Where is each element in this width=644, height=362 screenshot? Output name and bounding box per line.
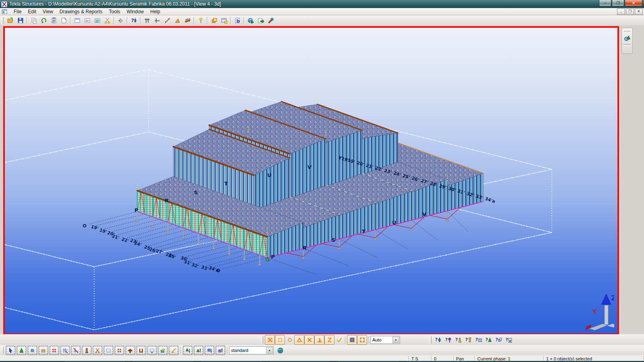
component-catalog-button[interactable] bbox=[622, 33, 632, 43]
snap-grid-icon bbox=[359, 337, 365, 343]
report-button[interactable] bbox=[49, 16, 59, 25]
selection-filter-combo[interactable]: standard▼ bbox=[229, 346, 274, 354]
open-button[interactable] bbox=[5, 16, 15, 25]
tools-red-button[interactable] bbox=[266, 16, 276, 25]
toolbar-grip[interactable] bbox=[1, 347, 4, 354]
close-button[interactable]: ✕ bbox=[625, 0, 642, 6]
dropdown-arrow-icon[interactable]: ▼ bbox=[266, 347, 273, 354]
measure-angle-button[interactable] bbox=[172, 16, 182, 25]
undo-button[interactable] bbox=[39, 16, 49, 25]
select-bolt-groups-button[interactable] bbox=[114, 346, 124, 355]
select-connections-button[interactable] bbox=[136, 346, 146, 355]
inquire-screen-button[interactable]: ? bbox=[504, 335, 514, 345]
inquire-button[interactable]: ? bbox=[129, 16, 139, 25]
select-phases-button[interactable] bbox=[158, 346, 168, 355]
cut-button[interactable] bbox=[102, 16, 112, 25]
toolbar-grip[interactable] bbox=[261, 336, 263, 343]
select-distances-button[interactable] bbox=[169, 346, 179, 355]
notes-button[interactable]: b bbox=[232, 16, 242, 25]
toolbar-grip[interactable] bbox=[1, 17, 4, 24]
menu-help[interactable]: Help bbox=[147, 8, 163, 15]
grid-letter-label: R bbox=[165, 197, 169, 204]
select-parts-button[interactable] bbox=[17, 346, 27, 355]
menu-edit[interactable]: Edit bbox=[25, 8, 39, 15]
menu-drawings-reports[interactable]: Drawings & Reports bbox=[56, 8, 106, 15]
screenshot-button[interactable] bbox=[219, 16, 229, 25]
mdi-restore-button[interactable]: ❐ bbox=[626, 8, 634, 15]
inquire-object-button[interactable]: ? bbox=[433, 335, 443, 345]
measure-line-button[interactable] bbox=[162, 16, 172, 25]
mdi-close-button[interactable]: ✕ bbox=[635, 8, 643, 15]
inquire-assembly-button[interactable]: ? bbox=[483, 335, 493, 345]
toolbar-grip[interactable] bbox=[624, 29, 630, 31]
select-grid-lines-button[interactable] bbox=[60, 346, 70, 355]
publish-button[interactable] bbox=[246, 16, 256, 25]
menu-view[interactable]: View bbox=[39, 8, 56, 15]
snap-extension-button[interactable] bbox=[324, 335, 334, 345]
snap-mode-combo[interactable]: Auto▼ bbox=[370, 336, 400, 344]
select-points-button[interactable] bbox=[27, 346, 37, 355]
dropdown-arrow-icon[interactable]: ▼ bbox=[392, 337, 399, 343]
fence-button[interactable] bbox=[182, 16, 192, 25]
inquire-object-icon: ? bbox=[435, 337, 442, 343]
select-columns-button[interactable] bbox=[82, 346, 92, 355]
snap-intersection-button[interactable] bbox=[304, 335, 314, 345]
inquire-part-top-button[interactable]: ? bbox=[463, 335, 473, 345]
inquire-assembly-icon: ? bbox=[485, 337, 492, 343]
select-objects-up-button[interactable] bbox=[215, 346, 225, 355]
select-comp-down-button[interactable] bbox=[183, 346, 193, 355]
snap-nearest-button[interactable] bbox=[347, 335, 357, 345]
copy-button[interactable] bbox=[29, 16, 39, 25]
restore-button[interactable]: ❐ bbox=[612, 0, 624, 6]
view-dots-button[interactable] bbox=[82, 16, 92, 25]
inquire-part-bottom-button[interactable]: ? bbox=[453, 335, 463, 345]
snap-midpoint-button[interactable] bbox=[294, 335, 304, 345]
menu-file[interactable]: File bbox=[10, 8, 25, 15]
toolbar-separator bbox=[244, 17, 244, 24]
select-assemblies-button[interactable] bbox=[147, 346, 157, 355]
inquire-point-button[interactable]: ? bbox=[443, 335, 453, 345]
menu-tools[interactable]: Tools bbox=[106, 8, 124, 15]
mdi-minimize-button[interactable]: _ bbox=[617, 8, 625, 15]
select-objects-down-button[interactable] bbox=[204, 346, 215, 355]
snap-circle-flat-button[interactable] bbox=[285, 335, 294, 344]
grid-xy-button[interactable] bbox=[142, 16, 152, 25]
lamp-button[interactable] bbox=[196, 16, 206, 25]
view-new-button[interactable] bbox=[72, 16, 82, 25]
minimize-button[interactable]: – bbox=[599, 0, 611, 6]
pick-button[interactable] bbox=[116, 16, 126, 25]
select-welds-button[interactable] bbox=[93, 346, 103, 355]
save-button[interactable] bbox=[15, 16, 25, 25]
grid-letter-label: P bbox=[271, 254, 275, 260]
grid-corner-button[interactable] bbox=[152, 16, 162, 25]
undo-icon bbox=[41, 17, 47, 24]
mdi-document-icon[interactable] bbox=[2, 9, 7, 14]
model-view-4-3d[interactable]: O19'19'20'21'22'23'24'25'26'27'28'29'30'… bbox=[3, 26, 619, 335]
snap-grid-button[interactable] bbox=[357, 335, 367, 345]
copy-icon bbox=[31, 17, 37, 24]
toolbar-grip[interactable] bbox=[429, 336, 431, 343]
snap-check-flat-button[interactable] bbox=[334, 335, 344, 344]
page-button[interactable] bbox=[59, 16, 69, 25]
view-list-button[interactable] bbox=[92, 16, 102, 25]
export-button[interactable] bbox=[256, 16, 266, 25]
menu-window[interactable]: Window bbox=[124, 8, 147, 15]
inquire-group-button[interactable]: ? bbox=[473, 335, 483, 345]
grid-number-label: 33' bbox=[200, 265, 209, 272]
select-filter-globe-button[interactable] bbox=[275, 346, 285, 355]
phases-button[interactable] bbox=[209, 16, 219, 25]
select-bolts-button[interactable] bbox=[125, 346, 135, 355]
select-grids-button[interactable] bbox=[49, 346, 59, 355]
select-surfaces-button[interactable] bbox=[38, 346, 48, 355]
snap-midpoint-icon bbox=[296, 337, 303, 343]
inquire-phase-button[interactable]: ? bbox=[493, 335, 504, 345]
model-3d-scene[interactable]: O19'19'20'21'22'23'24'25'26'27'28'29'30'… bbox=[5, 28, 614, 330]
select-views-button[interactable] bbox=[71, 346, 81, 355]
select-all-button[interactable] bbox=[6, 346, 16, 355]
select-windows-button[interactable] bbox=[103, 346, 114, 355]
select-comp-up-button[interactable] bbox=[194, 346, 204, 355]
snap-points-button[interactable] bbox=[275, 335, 285, 345]
triad-z-label: Z bbox=[611, 294, 614, 302]
snap-free-button[interactable] bbox=[265, 335, 275, 345]
snap-perpendicular-button[interactable] bbox=[314, 335, 324, 345]
